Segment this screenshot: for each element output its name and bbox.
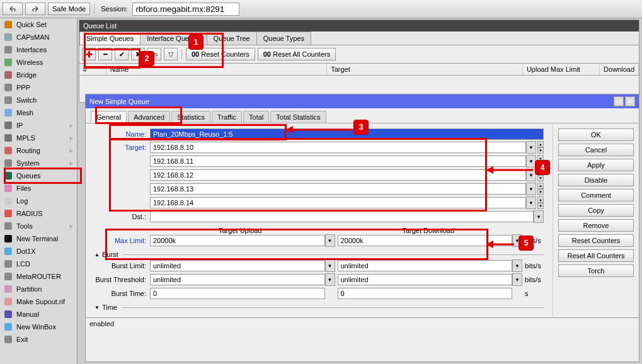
target-input[interactable] xyxy=(150,156,526,167)
undo-button[interactable] xyxy=(3,3,23,15)
minimize-icon[interactable]: ▭ xyxy=(614,96,624,106)
spin-up-icon[interactable]: ▲ xyxy=(537,196,544,203)
target-dropdown-icon[interactable]: ▼ xyxy=(526,141,536,154)
sidebar-item-system[interactable]: System▹ xyxy=(0,157,77,169)
target-input[interactable] xyxy=(150,197,526,208)
sidebar-item-radius[interactable]: RADIUS xyxy=(0,207,77,220)
cancel-button[interactable]: Cancel xyxy=(558,144,634,156)
sidebar-item-mpls[interactable]: MPLS▹ xyxy=(0,132,77,144)
sidebar-item-ip[interactable]: IP▹ xyxy=(0,119,77,132)
sidebar-item-dot1x[interactable]: Dot1X xyxy=(0,245,77,258)
sidebar-item-files[interactable]: Files xyxy=(0,182,77,195)
tab-interface-queues[interactable]: Interface Queues xyxy=(140,31,207,45)
spin-up-icon[interactable]: ▲ xyxy=(537,169,544,175)
sidebar-item-quick-set[interactable]: Quick Set xyxy=(0,18,77,31)
comment-button[interactable]: Comment xyxy=(558,189,634,202)
burst-time-dn-input[interactable] xyxy=(338,288,513,299)
tab-advanced[interactable]: Advanced xyxy=(128,111,170,123)
dst-input[interactable] xyxy=(150,211,534,222)
copy-button[interactable]: Copy xyxy=(558,204,634,217)
target-dropdown-icon[interactable]: ▼ xyxy=(526,183,536,195)
max-limit-upload-input[interactable] xyxy=(150,235,325,246)
spin-down-icon[interactable]: ▼ xyxy=(537,189,544,195)
burst-time-up-input[interactable] xyxy=(150,288,325,299)
tab-queue-types[interactable]: Queue Types xyxy=(256,31,311,45)
burst-thr-up-input[interactable] xyxy=(150,274,325,285)
sidebar-item-lcd[interactable]: LCD xyxy=(0,258,77,270)
target-input[interactable] xyxy=(150,142,526,153)
add-button[interactable]: ✚ xyxy=(82,48,96,60)
remove-button[interactable]: ━ xyxy=(98,48,112,60)
spin-down-icon[interactable]: ▼ xyxy=(537,175,544,181)
torch-button[interactable]: Torch xyxy=(558,264,634,277)
section-burst[interactable]: ▲Burst xyxy=(95,251,544,258)
sidebar-item-routing[interactable]: Routing▹ xyxy=(0,144,77,157)
target-dropdown-icon[interactable]: ▼ xyxy=(526,155,536,168)
name-input[interactable] xyxy=(150,128,544,140)
session-input[interactable] xyxy=(132,3,239,16)
sidebar-item-new-winbox[interactable]: New WinBox xyxy=(0,321,77,333)
spin-up-icon[interactable]: ▲ xyxy=(537,183,544,189)
sidebar-item-tools[interactable]: Tools▹ xyxy=(0,220,77,232)
dropdown-icon[interactable]: ▼ xyxy=(325,259,335,272)
sidebar-item-interfaces[interactable]: Interfaces xyxy=(0,43,77,56)
ok-button[interactable]: OK xyxy=(558,128,634,141)
target-dropdown-icon[interactable]: ▼ xyxy=(526,169,536,181)
redo-button[interactable] xyxy=(25,3,45,15)
close-icon[interactable]: ✕ xyxy=(625,96,635,106)
sidebar-item-wireless[interactable]: Wireless xyxy=(0,56,77,69)
dropdown-icon[interactable]: ▼ xyxy=(325,234,335,247)
filter-button[interactable]: ▽ xyxy=(164,48,178,60)
sidebar-item-manual[interactable]: Manual xyxy=(0,308,77,321)
sidebar-item-log[interactable]: Log xyxy=(0,195,77,207)
comment-button[interactable]: ▭ xyxy=(147,48,161,60)
dropdown-icon[interactable]: ▼ xyxy=(512,234,522,247)
disable-button[interactable]: ✖ xyxy=(131,48,145,60)
tab-simple-queues[interactable]: Simple Queues xyxy=(79,31,140,45)
safe-mode-button[interactable]: Safe Mode xyxy=(48,3,90,15)
reset-all-counters-button[interactable]: 00 Reset All Counters xyxy=(258,48,336,60)
reset-all-counters-button[interactable]: Reset All Counters xyxy=(558,249,634,262)
target-dropdown-icon[interactable]: ▼ xyxy=(526,196,536,209)
sidebar-item-capsman[interactable]: CAPsMAN xyxy=(0,31,77,43)
spin-up-icon[interactable]: ▲ xyxy=(537,155,544,161)
apply-button[interactable]: Apply xyxy=(558,159,634,171)
burst-limit-dn-input[interactable] xyxy=(338,260,513,271)
dropdown-icon[interactable]: ▼ xyxy=(512,259,522,272)
sidebar-item-switch[interactable]: Switch xyxy=(0,94,77,106)
sidebar-item-label: Mesh xyxy=(16,109,33,117)
spin-up-icon[interactable]: ▲ xyxy=(537,141,544,147)
sidebar-item-ppp[interactable]: PPP xyxy=(0,81,77,94)
sidebar-item-bridge[interactable]: Bridge xyxy=(0,69,77,81)
tab-traffic[interactable]: Traffic xyxy=(212,111,242,123)
dropdown-icon[interactable]: ▼ xyxy=(325,273,335,286)
dropdown-icon[interactable]: ▼ xyxy=(512,273,522,286)
reset-counters-button[interactable]: 00 Reset Counters xyxy=(186,48,255,60)
spin-down-icon[interactable]: ▼ xyxy=(537,147,544,154)
burst-thr-dn-input[interactable] xyxy=(338,274,513,285)
reset-counters-button[interactable]: Reset Counters xyxy=(558,234,634,247)
sidebar-item-metarouter[interactable]: MetaROUTER xyxy=(0,270,77,283)
target-input[interactable] xyxy=(150,183,526,195)
max-limit-download-input[interactable] xyxy=(338,235,513,246)
spin-down-icon[interactable]: ▼ xyxy=(537,161,544,168)
spin-down-icon[interactable]: ▼ xyxy=(537,203,544,209)
sidebar-item-new-terminal[interactable]: New Terminal xyxy=(0,232,77,245)
section-time[interactable]: ▼Time xyxy=(95,304,544,311)
sidebar-item-mesh[interactable]: Mesh xyxy=(0,106,77,119)
tab-total[interactable]: Total xyxy=(243,111,269,123)
burst-limit-up-input[interactable] xyxy=(150,260,325,271)
sidebar-item-make-supout-rif[interactable]: Make Supout.rif xyxy=(0,295,77,308)
disable-button[interactable]: Disable xyxy=(558,174,634,186)
enable-button[interactable]: ✔ xyxy=(115,48,129,60)
tab-statistics[interactable]: Statistics xyxy=(171,111,210,123)
tab-queue-tree[interactable]: Queue Tree xyxy=(207,31,257,45)
tab-total-statistics[interactable]: Total Statistics xyxy=(270,111,326,123)
dst-dropdown-icon[interactable]: ▼ xyxy=(534,210,544,223)
remove-button[interactable]: Remove xyxy=(558,219,634,232)
target-input[interactable] xyxy=(150,169,526,181)
tab-general[interactable]: General xyxy=(91,111,127,123)
sidebar-item-queues[interactable]: Queues xyxy=(0,169,77,182)
sidebar-item-partition[interactable]: Partition xyxy=(0,283,77,295)
sidebar-item-exit[interactable]: Exit xyxy=(0,333,77,346)
